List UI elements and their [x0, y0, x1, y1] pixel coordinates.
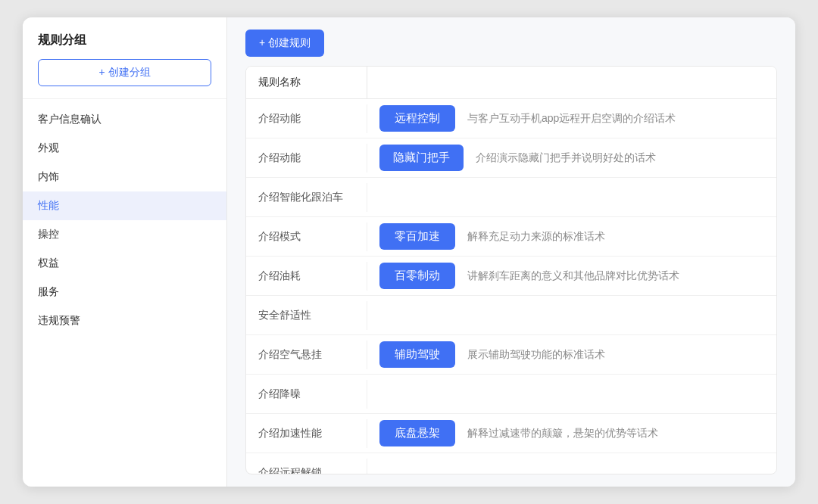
sidebar-item-6[interactable]: 服务 — [23, 278, 226, 306]
row-name-cell: 介绍模式 — [246, 222, 367, 251]
table-row[interactable]: 介绍远程解锁 — [246, 453, 776, 474]
row-rule-cell: 零百加速解释充足动力来源的标准话术 — [367, 217, 776, 256]
rule-tag[interactable]: 百零制动 — [379, 263, 455, 289]
rule-description: 与客户互动手机app远程开启空调的介绍话术 — [467, 112, 764, 126]
sidebar-item-1[interactable]: 外观 — [23, 134, 226, 163]
rule-tag[interactable]: 远程控制 — [379, 105, 455, 132]
rule-description: 解释过减速带的颠簸，悬架的优势等话术 — [467, 427, 764, 440]
table-row[interactable]: 介绍动能远程控制与客户互动手机app远程开启空调的介绍话术 — [246, 99, 776, 138]
sidebar-item-0[interactable]: 客户信息确认 — [23, 105, 226, 134]
create-group-button[interactable]: + 创建分组 — [38, 59, 211, 86]
rule-description: 展示辅助驾驶功能的标准话术 — [467, 348, 764, 362]
sidebar-item-2[interactable]: 内饰 — [23, 163, 226, 191]
rule-tag[interactable]: 隐藏门把手 — [379, 145, 464, 171]
row-rule-cell — [367, 388, 776, 400]
row-rule-cell: 隐藏门把手介绍演示隐藏门把手并说明好处的话术 — [367, 138, 776, 177]
row-rule-cell: 辅助驾驶展示辅助驾驶功能的标准话术 — [367, 335, 776, 374]
table-header: 规则名称 — [246, 67, 776, 99]
rule-description: 介绍演示隐藏门把手并说明好处的话术 — [476, 151, 764, 165]
sidebar-item-4[interactable]: 操控 — [23, 220, 226, 249]
table-row[interactable]: 介绍加速性能底盘悬架解释过减速带的颠簸，悬架的优势等话术 — [246, 414, 776, 453]
column-name-header: 规则名称 — [246, 67, 367, 98]
main-container: 规则分组 + 创建分组 客户信息确认外观内饰性能操控权益服务违规预警 + 创建规… — [23, 17, 795, 487]
sidebar-items-list: 客户信息确认外观内饰性能操控权益服务违规预警 — [23, 105, 226, 335]
row-name-cell: 介绍远程解锁 — [246, 459, 367, 474]
row-name-cell: 介绍空气悬挂 — [246, 341, 367, 369]
row-name-cell: 介绍油耗 — [246, 262, 367, 291]
table-row[interactable]: 介绍动能隐藏门把手介绍演示隐藏门把手并说明好处的话术 — [246, 138, 776, 178]
rule-tag[interactable]: 零百加速 — [379, 223, 455, 250]
row-rule-cell — [367, 191, 776, 204]
sidebar: 规则分组 + 创建分组 客户信息确认外观内饰性能操控权益服务违规预警 — [23, 17, 227, 487]
row-name-cell: 介绍动能 — [246, 144, 367, 173]
table-body: 介绍动能远程控制与客户互动手机app远程开启空调的介绍话术介绍动能隐藏门把手介绍… — [246, 99, 776, 474]
column-rule-header — [367, 73, 776, 92]
sidebar-divider — [23, 98, 226, 99]
row-rule-cell — [367, 310, 776, 322]
create-rule-button[interactable]: + 创建规则 — [245, 30, 324, 57]
rule-description: 讲解刹车距离的意义和其他品牌对比优势话术 — [467, 269, 764, 283]
sidebar-item-3[interactable]: 性能 — [23, 191, 226, 220]
table-row[interactable]: 介绍模式零百加速解释充足动力来源的标准话术 — [246, 217, 776, 257]
main-header: + 创建规则 — [227, 17, 795, 57]
sidebar-item-7[interactable]: 违规预警 — [23, 306, 226, 335]
row-name-cell: 介绍加速性能 — [246, 419, 367, 448]
rules-table: 规则名称 介绍动能远程控制与客户互动手机app远程开启空调的介绍话术介绍动能隐藏… — [245, 66, 777, 474]
rule-tag[interactable]: 底盘悬架 — [379, 420, 455, 446]
table-row[interactable]: 安全舒适性 — [246, 296, 776, 335]
table-row[interactable]: 介绍油耗百零制动讲解刹车距离的意义和其他品牌对比优势话术 — [246, 257, 776, 296]
table-row[interactable]: 介绍空气悬挂辅助驾驶展示辅助驾驶功能的标准话术 — [246, 335, 776, 375]
rule-description: 解释充足动力来源的标准话术 — [467, 230, 764, 244]
row-rule-cell: 远程控制与客户互动手机app远程开启空调的介绍话术 — [367, 99, 776, 138]
row-rule-cell — [367, 467, 776, 474]
table-row[interactable]: 介绍智能化跟泊车 — [246, 178, 776, 217]
row-rule-cell: 百零制动讲解刹车距离的意义和其他品牌对比优势话术 — [367, 257, 776, 295]
rule-tag[interactable]: 辅助驾驶 — [379, 341, 455, 368]
row-name-cell: 介绍智能化跟泊车 — [246, 183, 367, 212]
table-row[interactable]: 介绍降噪 — [246, 375, 776, 414]
row-name-cell: 介绍降噪 — [246, 380, 367, 409]
sidebar-title: 规则分组 — [23, 33, 226, 59]
row-rule-cell: 底盘悬架解释过减速带的颠簸，悬架的优势等话术 — [367, 414, 776, 453]
sidebar-item-5[interactable]: 权益 — [23, 249, 226, 278]
row-name-cell: 介绍动能 — [246, 104, 367, 133]
row-name-cell: 安全舒适性 — [246, 301, 367, 330]
main-content: + 创建规则 规则名称 介绍动能远程控制与客户互动手机app远程开启空调的介绍话… — [227, 17, 795, 487]
